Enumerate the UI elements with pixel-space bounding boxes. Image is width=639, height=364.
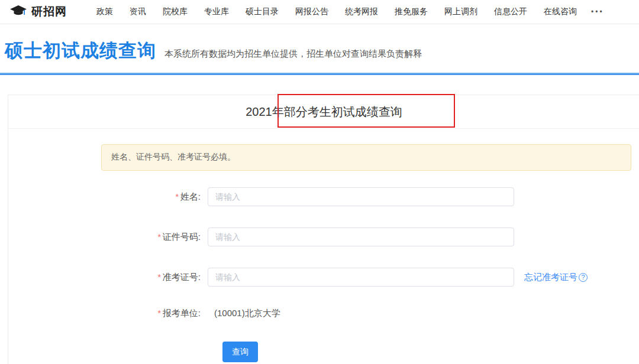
unit-value: (10001)北京大学 xyxy=(214,308,280,319)
ticket-input[interactable] xyxy=(208,268,514,287)
required-asterisk: * xyxy=(157,232,160,242)
nav-item[interactable]: 统考网报 xyxy=(337,6,386,17)
required-asterisk: * xyxy=(157,308,160,318)
form-row-name: *姓名: xyxy=(8,187,639,206)
top-nav: 研招网 政策资讯院校库专业库硕士目录网报公告统考网报推免服务网上调剂信息公开在线… xyxy=(0,0,639,24)
nav-menu: 政策资讯院校库专业库硕士目录网报公告统考网报推免服务网上调剂信息公开在线咨询 xyxy=(88,6,585,17)
card-header: 2021年部分考生初试成绩查询 xyxy=(8,95,639,129)
help-icon: ? xyxy=(579,273,588,282)
nav-item[interactable]: 政策 xyxy=(88,6,121,17)
page-header: 硕士初试成绩查询 本系统所有数据均为招生单位提供，招生单位对查询结果负责解释 xyxy=(0,24,639,73)
query-form: *姓名: *证件号码: *准考证号: 忘记准考证号 ? xyxy=(8,187,639,362)
required-asterisk: * xyxy=(175,192,178,202)
unit-label: *报考单位: xyxy=(8,308,201,319)
graduation-cap-icon xyxy=(9,5,27,19)
page-title: 硕士初试成绩查询 xyxy=(5,38,156,63)
ticket-label: *准考证号: xyxy=(8,272,201,283)
nav-item[interactable]: 信息公开 xyxy=(486,6,535,17)
name-label: *姓名: xyxy=(8,191,201,203)
id-number-input[interactable] xyxy=(208,228,514,246)
score-query-card: 2021年部分考生初试成绩查询 姓名、证件号码、准考证号必填。 *姓名: *证件… xyxy=(8,95,639,364)
name-input[interactable] xyxy=(208,187,514,206)
form-row-ticket: *准考证号: 忘记准考证号 ? xyxy=(8,268,639,287)
card-body: 姓名、证件号码、准考证号必填。 *姓名: *证件号码: *准考证号: xyxy=(8,129,639,362)
card-title: 2021年部分考生初试成绩查询 xyxy=(8,95,639,129)
site-logo[interactable]: 研招网 xyxy=(9,4,67,20)
forgot-ticket-link[interactable]: 忘记准考证号 ? xyxy=(524,272,588,283)
brand-name: 研招网 xyxy=(31,4,67,20)
nav-item[interactable]: 硕士目录 xyxy=(237,6,287,17)
form-row-unit: *报考单位: (10001)北京大学 xyxy=(8,308,639,319)
nav-item[interactable]: 网报公告 xyxy=(287,6,337,17)
required-asterisk: * xyxy=(157,272,160,282)
required-fields-alert: 姓名、证件号码、准考证号必填。 xyxy=(101,144,631,171)
nav-item[interactable]: 网上调剂 xyxy=(436,6,486,17)
query-button[interactable]: 查询 xyxy=(222,342,258,362)
nav-item[interactable]: 推免服务 xyxy=(386,6,436,17)
nav-more-ellipsis[interactable]: ••• xyxy=(585,8,610,16)
header-divider xyxy=(0,73,639,75)
form-row-id-number: *证件号码: xyxy=(8,228,639,246)
nav-item[interactable]: 在线咨询 xyxy=(535,6,585,17)
id-number-label: *证件号码: xyxy=(8,232,201,243)
nav-item[interactable]: 资讯 xyxy=(121,6,154,17)
page-subtitle: 本系统所有数据均为招生单位提供，招生单位对查询结果负责解释 xyxy=(164,48,422,60)
nav-item[interactable]: 院校库 xyxy=(154,6,196,17)
nav-item[interactable]: 专业库 xyxy=(196,6,237,17)
